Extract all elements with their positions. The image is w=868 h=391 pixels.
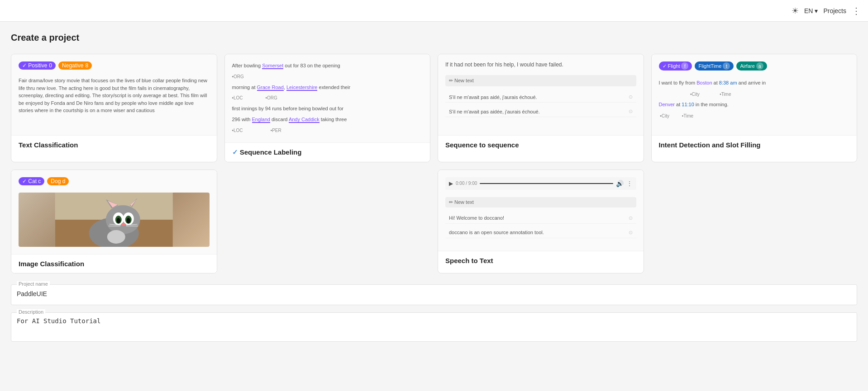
project-name-label: Project name: [17, 281, 50, 287]
stt-row-1: Hi! Welcome to doccano! ⊙: [445, 213, 636, 224]
card-label-text-classification: Text Classification: [19, 141, 78, 149]
main-content: Create a project ✓ Positive 0 Negative 8…: [0, 22, 868, 367]
card-image-classification[interactable]: ✓ Cat c Dog d: [11, 170, 217, 273]
card-footer-text-classification: Text Classification: [11, 136, 217, 154]
card-footer-stt: Speech to Text: [438, 251, 644, 270]
card-footer-intent: Intent Detection and Slot Filling: [652, 136, 857, 154]
project-name-input[interactable]: [17, 288, 851, 299]
cat-image: [19, 193, 210, 247]
card-preview-sequence-labeling: After bowling Somerset out for 83 on the…: [225, 54, 430, 143]
description-field: Description For AI Studio Tutorial: [11, 312, 857, 342]
s2s-translation-2: S'il ne m'avait pas aidée, j'aurais écho…: [445, 106, 636, 117]
project-name-field: Project name: [11, 284, 857, 305]
label-negative: Negative 8: [58, 61, 92, 70]
volume-icon: 🔊: [616, 180, 624, 187]
play-icon: ▶: [449, 180, 453, 187]
stt-waveform: [480, 183, 613, 184]
card-empty-2: [224, 170, 431, 273]
project-name-field-inner: Project name: [11, 285, 857, 305]
ic-labels: ✓ Cat c Dog d: [19, 177, 210, 185]
card-empty-4: [651, 170, 858, 273]
cat-illustration: [19, 193, 210, 247]
description-label: Description: [17, 309, 45, 315]
badge-flight: ✓ Flight f: [659, 61, 692, 71]
badge-flighttime: FlightTime t: [695, 61, 734, 71]
chevron-down-icon: ▾: [815, 7, 818, 14]
description-input[interactable]: For AI Studio Tutorial: [17, 316, 851, 334]
card-sequence-to-sequence[interactable]: If it had not been for his help, I would…: [438, 54, 644, 162]
menu-icon[interactable]: ⋮: [852, 5, 861, 16]
s2s-new-text-input: ✏ New text: [445, 75, 636, 86]
svg-point-19: [107, 230, 125, 244]
card-label-sequence-labeling: Sequence Labeling: [240, 148, 302, 156]
card-preview-s2s: If it had not been for his help, I would…: [438, 54, 644, 136]
badge-airfare: Airfare a: [736, 61, 767, 71]
description-field-inner: Description For AI Studio Tutorial: [11, 313, 857, 341]
projects-link[interactable]: Projects: [823, 7, 846, 14]
language-label: EN: [804, 7, 813, 14]
label-cat: ✓ Cat c: [19, 177, 44, 185]
cards-grid-row1: ✓ Positive 0 Negative 8 Fair drama/love …: [11, 54, 857, 162]
card-label-intent: Intent Detection and Slot Filling: [659, 141, 761, 149]
card-label-image-classification: Image Classification: [19, 260, 84, 268]
page-title: Create a project: [11, 33, 857, 43]
topbar: ☀ EN ▾ Projects ⋮: [0, 0, 868, 22]
s2s-source-text: If it had not been for his help, I would…: [445, 61, 636, 68]
card-preview-image-classification: ✓ Cat c Dog d: [11, 170, 217, 254]
svg-point-14: [121, 223, 126, 226]
card-sequence-labeling[interactable]: After bowling Somerset out for 83 on the…: [224, 54, 431, 162]
tc-preview-text: Fair drama/love story movie that focuses…: [19, 77, 210, 114]
stt-new-text: ✏ New text: [445, 197, 636, 207]
checkmark-icon: ✓: [232, 148, 238, 156]
label-dog: Dog d: [47, 177, 69, 185]
cards-grid-row2: ✓ Cat c Dog d: [11, 170, 857, 273]
more-icon: ⋮: [626, 180, 633, 187]
card-label-stt: Speech to Text: [445, 257, 493, 264]
card-preview-text-classification: ✓ Positive 0 Negative 8 Fair drama/love …: [11, 54, 217, 136]
stt-time: 0:00 / 9:00: [456, 181, 477, 186]
card-preview-stt: ▶ 0:00 / 9:00 🔊 ⋮ ✏ New text Hi! Welcome…: [438, 170, 644, 251]
id-labels: ✓ Flight f FlightTime t Airfare a: [659, 61, 850, 71]
stt-audio-player: ▶ 0:00 / 9:00 🔊 ⋮: [445, 177, 636, 190]
card-speech-to-text[interactable]: ▶ 0:00 / 9:00 🔊 ⋮ ✏ New text Hi! Welcome…: [438, 170, 644, 273]
sl-preview-text: After bowling Somerset out for 83 on the…: [232, 61, 423, 135]
language-selector[interactable]: EN ▾: [804, 7, 818, 14]
card-footer-sequence-labeling: ✓ Sequence Labeling: [225, 143, 430, 162]
card-intent-detection[interactable]: ✓ Flight f FlightTime t Airfare a I want…: [651, 54, 858, 162]
svg-point-13: [127, 218, 130, 223]
card-footer-s2s: Sequence to sequence: [438, 136, 644, 154]
card-footer-image-classification: Image Classification: [11, 254, 217, 273]
id-preview-text: I want to fly from Boston at 8:38 am and…: [659, 79, 850, 120]
card-text-classification[interactable]: ✓ Positive 0 Negative 8 Fair drama/love …: [11, 54, 217, 162]
card-label-s2s: Sequence to sequence: [445, 141, 519, 149]
stt-row-2: doccano is an open source annotation too…: [445, 227, 636, 238]
s2s-translation-1: S'il ne m'avait pas aidé, j'aurais échou…: [445, 92, 636, 103]
theme-icon[interactable]: ☀: [792, 6, 799, 16]
card-preview-intent: ✓ Flight f FlightTime t Airfare a I want…: [652, 54, 857, 136]
svg-point-12: [117, 218, 120, 223]
label-positive: ✓ Positive 0: [19, 61, 56, 70]
tc-labels: ✓ Positive 0 Negative 8: [19, 61, 210, 70]
